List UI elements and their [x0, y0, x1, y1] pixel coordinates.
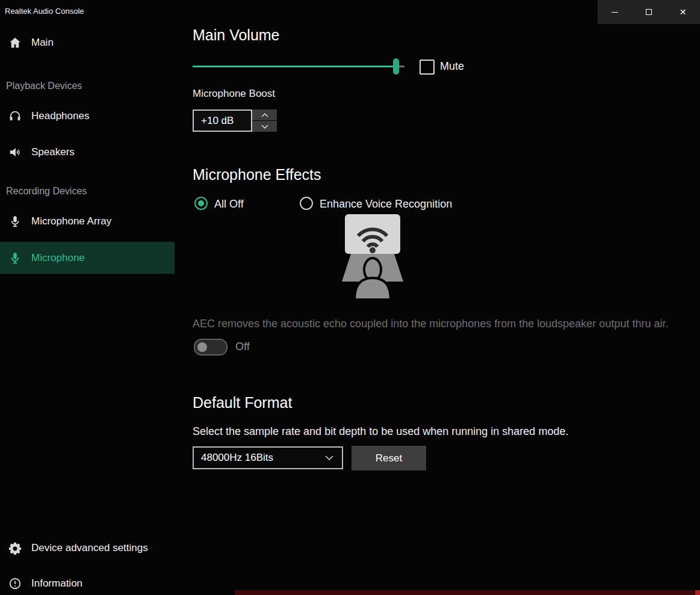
microphone-icon [8, 215, 22, 228]
mute-label: Mute [440, 60, 464, 73]
sample-rate-value: 48000Hz 16Bits [194, 452, 325, 464]
microphone-boost-spinner: +10 dB [193, 109, 277, 132]
speaker-icon [8, 146, 22, 159]
main-volume-slider[interactable] [193, 58, 404, 75]
aec-description: AEC removes the acoustic echo coupled in… [193, 318, 668, 330]
sidebar-item-microphone[interactable]: Microphone [0, 242, 175, 274]
sidebar-item-label: Speakers [31, 146, 75, 158]
background-window-corner [695, 590, 700, 595]
chevron-down-icon [325, 455, 333, 460]
aec-toggle-knob [197, 342, 207, 352]
maximize-button[interactable] [632, 0, 666, 24]
sidebar-item-speakers[interactable]: Speakers [0, 137, 175, 168]
sidebar-item-label: Microphone Array [31, 215, 111, 227]
sidebar-item-label: Device advanced settings [31, 542, 148, 554]
microphone-icon [8, 251, 22, 265]
home-icon [8, 36, 22, 49]
sidebar-item-label: Microphone [31, 252, 85, 264]
info-icon [8, 577, 22, 590]
default-format-description: Select the sample rate and bit depth to … [193, 425, 568, 438]
maximize-icon [646, 9, 652, 15]
window-title: Realtek Audio Console [5, 7, 84, 16]
sample-rate-dropdown[interactable]: 48000Hz 16Bits [193, 446, 343, 469]
chevron-down-icon [261, 125, 268, 129]
recording-devices-header: Recording Devices [6, 186, 87, 197]
sidebar-item-main[interactable]: Main [0, 27, 175, 58]
volume-slider-thumb[interactable] [393, 58, 399, 75]
aec-illustration [332, 214, 414, 300]
mute-checkbox[interactable] [420, 60, 435, 75]
reset-button[interactable]: Reset [352, 446, 426, 470]
sidebar-item-label: Main [31, 37, 54, 49]
playback-devices-header: Playback Devices [6, 81, 82, 91]
close-icon: ✕ [680, 8, 687, 16]
sidebar-item-label: Information [31, 578, 82, 590]
sidebar-item-headphones[interactable]: Headphones [0, 100, 175, 132]
boost-increase-button[interactable] [252, 109, 277, 120]
enhance-voice-recognition-radio[interactable] [300, 197, 313, 210]
all-off-label: All Off [214, 198, 244, 211]
sidebar-item-information[interactable]: Information [0, 568, 175, 595]
aec-toggle-label: Off [235, 341, 250, 353]
chevron-up-icon [261, 113, 268, 117]
sidebar-item-label: Headphones [31, 110, 89, 122]
aec-toggle[interactable] [194, 339, 228, 356]
minimize-icon [612, 12, 618, 13]
microphone-boost-label: Microphone Boost [193, 88, 275, 100]
sidebar-item-device-advanced-settings[interactable]: Device advanced settings [0, 532, 175, 564]
close-button[interactable]: ✕ [666, 0, 700, 24]
volume-slider-fill [193, 66, 396, 67]
minimize-button[interactable] [598, 0, 632, 24]
realtek-audio-console-window: Realtek Audio Console ✕ Main Playback De… [0, 0, 700, 595]
microphone-boost-value[interactable]: +10 dB [193, 109, 252, 132]
background-window-strip [235, 590, 695, 595]
default-format-title: Default Format [193, 394, 292, 412]
all-off-radio[interactable] [194, 197, 208, 210]
headphones-icon [8, 109, 22, 123]
main-volume-title: Main Volume [193, 26, 280, 44]
enhance-voice-recognition-label: Enhance Voice Recognition [320, 198, 452, 211]
microphone-effects-title: Microphone Effects [193, 166, 321, 183]
boost-decrease-button[interactable] [252, 121, 277, 132]
sidebar-item-microphone-array[interactable]: Microphone Array [0, 206, 175, 237]
gear-icon [8, 541, 22, 555]
window-controls: ✕ [598, 0, 700, 24]
